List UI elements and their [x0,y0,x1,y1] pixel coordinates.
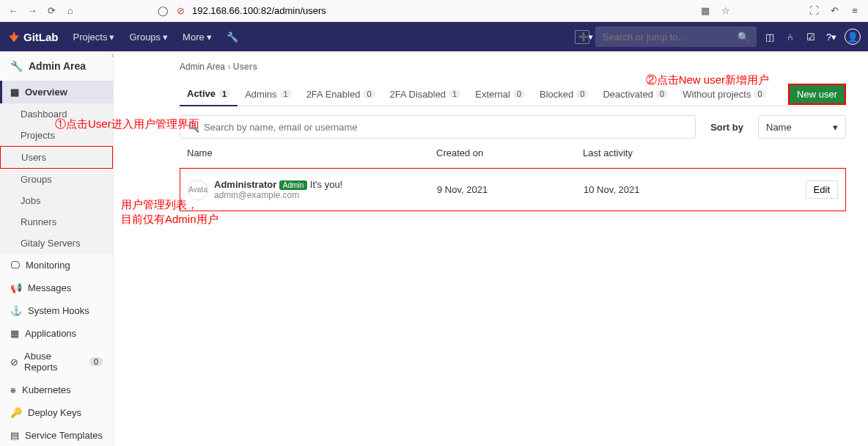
crumb-admin[interactable]: Admin Area [180,62,225,72]
abuse-count-badge: 0 [89,357,103,366]
sidebar-item-runners[interactable]: Runners [0,211,113,233]
sidebar-item-overview[interactable]: ▦Overview [0,81,113,103]
abuse-icon: ⊘ [10,357,18,368]
col-name: Name [187,147,436,158]
sidebar-item-hooks[interactable]: ⚓System Hooks [0,299,113,322]
wrench-icon[interactable]: 🔧 [219,32,246,43]
sidebar-item-jobs[interactable]: Jobs [0,190,113,211]
cell-activity: 10 Nov, 2021 [584,184,806,195]
crumb-users: Users [233,62,257,72]
annotation-2: ②点击New user新增用户 [646,73,769,87]
user-email: admin@example.com [214,190,342,200]
main-content: Admin Area › Users Active1 Admins1 2FA E… [114,51,868,446]
hook-icon: ⚓ [10,305,22,316]
annotation-4: 目前仅有Admin用户 [121,213,218,227]
back-icon[interactable]: ← [7,5,19,17]
table-body: Avata Administrator Admin It's you! admi… [180,168,846,211]
chevron-down-icon: ▾ [109,32,114,43]
tab-admins[interactable]: Admins1 [238,83,298,106]
todo-icon[interactable]: ☑ [803,32,818,43]
monitor-icon: 🖵 [10,260,20,271]
sidebar-item-users[interactable]: Users [0,146,113,169]
lock-icon[interactable]: ⊘ [174,5,186,17]
nav-groups[interactable]: Groups▾ [122,32,175,43]
megaphone-icon: 📢 [10,282,22,293]
breadcrumb: Admin Area › Users [180,62,846,72]
sidebar-item-monitoring[interactable]: 🖵Monitoring [0,254,113,277]
sidebar-item-abuse[interactable]: ⊘Abuse Reports0 [0,345,113,379]
key-icon: 🔑 [10,407,22,418]
global-search[interactable]: 🔍 [595,26,757,47]
sidebar-item-messages[interactable]: 📢Messages [0,277,113,299]
sidebar-header: 🔧Admin Area [0,51,113,81]
gitlab-top-nav: GitLab Projects▾ Groups▾ More▾ 🔧 ➕▾ 🔍 ◫ … [0,22,868,51]
sidebar-item-templates[interactable]: ▤Service Templates [0,424,113,446]
chevron-down-icon: ▾ [163,32,168,43]
tab-2fa-enabled[interactable]: 2FA Enabled0 [299,83,383,106]
qr-icon[interactable]: ▦ [699,5,711,17]
user-name[interactable]: Administrator [214,179,276,190]
apps-icon: ▦ [10,328,19,339]
col-created: Created on [436,147,583,158]
bookmark-icon[interactable]: ☆ [720,5,732,17]
home-icon[interactable]: ⌂ [65,5,76,17]
nav-projects[interactable]: Projects▾ [66,32,122,43]
user-search-input[interactable] [204,122,688,133]
sidebar-item-groups[interactable]: Groups [0,169,113,190]
plus-icon[interactable]: ➕▾ [575,30,589,44]
edit-button[interactable]: Edit [806,180,838,199]
global-search-input[interactable] [603,32,738,43]
cell-created: 9 Nov, 2021 [437,184,584,195]
sidebar-item-gitaly[interactable]: Gitaly Servers [0,233,113,254]
col-activity: Last activity [583,147,839,158]
sidebar: ‹ 🔧Admin Area ▦Overview Dashboard Projec… [0,51,114,446]
template-icon: ▤ [10,430,19,441]
shield-icon[interactable]: ◯ [157,5,169,17]
its-you-label: It's you! [310,179,342,190]
forward-icon[interactable]: → [26,5,38,17]
chevron-down-icon: ▾ [833,122,838,133]
sidebar-item-k8s[interactable]: ⎈Kubernetes [0,379,113,401]
table-row: Avata Administrator Admin It's you! admi… [180,169,845,211]
tab-2fa-disabled[interactable]: 2FA Disabled1 [383,83,468,106]
sort-label: Sort by [703,115,751,139]
user-search-field[interactable]: 🔍 [180,115,696,139]
new-user-button[interactable]: New user [788,84,846,105]
avatar[interactable]: 👤 [845,29,861,45]
sidebar-item-deploykeys[interactable]: 🔑Deploy Keys [0,401,113,424]
tab-blocked[interactable]: Blocked0 [532,83,595,106]
tab-active[interactable]: Active1 [180,82,238,106]
wrench-icon: 🔧 [10,60,23,72]
tab-external[interactable]: External0 [468,83,532,106]
menu-icon[interactable]: ≡ [849,5,861,17]
table-header: Name Created on Last activity [180,139,846,168]
help-icon[interactable]: ?▾ [824,32,839,43]
avatar: Avata [188,180,208,200]
user-tabs: Active1 Admins1 2FA Enabled0 2FA Disable… [180,82,846,106]
k8s-icon: ⎈ [10,384,16,395]
search-icon: 🔍 [738,32,749,43]
annotation-1: ①点击User进入用户管理界面 [55,117,199,131]
url-input[interactable] [192,5,692,16]
issues-icon[interactable]: ◫ [762,32,777,43]
grid-icon: ▦ [10,87,19,98]
gitlab-logo[interactable]: GitLab [7,30,59,43]
nav-more[interactable]: More▾ [175,32,219,43]
reload-icon[interactable]: ⟳ [45,5,57,17]
chevron-down-icon: ▾ [207,32,212,43]
annotation-3: 用户管理列表， [121,198,198,212]
mr-icon[interactable]: ⑃ [783,32,798,43]
sort-select[interactable]: Name▾ [758,115,846,139]
sidebar-item-apps[interactable]: ▦Applications [0,322,113,345]
browser-toolbar: ← → ⟳ ⌂ ◯ ⊘ ▦ ☆ ⛶ ↶ ≡ [0,0,868,22]
crop-icon[interactable]: ⛶ [808,5,820,17]
admin-badge: Admin [279,180,307,190]
undo-icon[interactable]: ↶ [828,5,840,17]
